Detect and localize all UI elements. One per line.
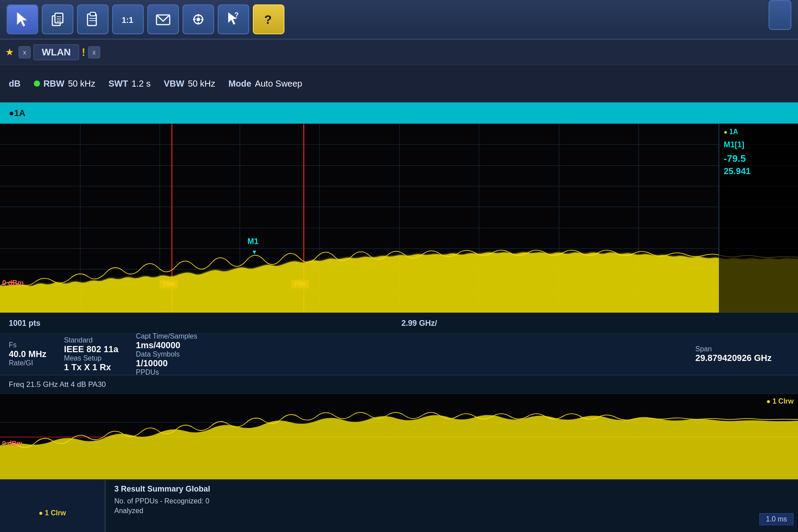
vbw-info: VBW 50 kHz [164,79,215,89]
svg-text:?: ? [264,13,272,26]
tab-wlan-label[interactable]: WLAN [33,44,79,60]
zoom-1to1-button[interactable]: 1:1 [112,4,144,34]
rbw-info: RBW 50 kHz [34,79,95,89]
spectrum-display: M1 ▼ TRK TRK 0 dBm ● 1A M1[1] -79.5 25.9… [0,124,798,313]
swt-info: SWT 1.2 s [109,79,151,89]
standard-param: Standard IEEE 802 11a Meas Setup 1 Tx X … [64,336,118,372]
help-cursor-button[interactable]: ? [218,4,249,34]
bottom-left-panel: ● 1 Clrw [0,480,106,532]
ppdus-recognized-label: No. of PPDUs - Recognized: 0 [114,497,209,505]
infobar: dB RBW 50 kHz SWT 1.2 s VBW 50 kHz Mode … [0,65,798,102]
spectrum-waveform: 0 dBm [0,242,798,313]
bottom-clrw-badge: ● 1 Clrw [39,509,66,517]
m1-readout-value1: -79.5 [724,153,794,164]
fs-param: Fs 40.0 MHz Rate/GI [9,341,47,367]
readout-1a-label: 1A [729,128,738,136]
envelope-button[interactable] [147,4,179,34]
tab-warning-icon: ! [82,46,85,58]
result-summary-title: 3 Result Summary Global [114,485,789,494]
mode-indicator: ●1A [9,108,26,118]
svg-text:0 dBm: 0 dBm [2,439,22,447]
settings-circle-button[interactable] [182,4,214,34]
capt-time-param: Capt Time/Samples 1ms/40000 Data Symbols… [136,332,197,376]
center-freq-label: 2.99 GHz/ [401,319,437,328]
bottom-panels: ● 1 Clrw 3 Result Summary Global No. of … [0,480,798,532]
question-button[interactable]: ? [253,4,284,34]
modebar: ●1A [0,102,798,124]
cursor-button[interactable] [7,4,38,34]
tabbar: ★ x WLAN ! x [0,40,798,65]
copy-button[interactable] [42,4,73,34]
toolbar: 1:1 ? ? [0,0,798,40]
toolbar-right-button[interactable] [769,0,791,30]
freqbar: Freq 21.5 GHz Att 4 dB PA30 [0,375,798,394]
span-param: Span 29.879420926 GHz [696,345,772,363]
mode-info: Mode Auto Sweep [228,79,302,89]
result-rows: No. of PPDUs - Recognized: 0 Analyzed [114,497,789,515]
freq-info-text: Freq 21.5 GHz Att 4 dB PA30 [9,380,106,389]
svg-point-13 [197,18,200,21]
svg-text:1:1: 1:1 [122,16,133,25]
points-label: 1001 pts [9,319,40,328]
svg-marker-0 [17,12,27,26]
result-col-1: No. of PPDUs - Recognized: 0 Analyzed [114,497,209,515]
spectrum-bottom-infobar: 1001 pts 2.99 GHz/ [0,313,798,334]
tab-star-icon: ★ [5,47,14,58]
lower-spectrum-display: ● 1 Clrw 0 dBm [0,394,798,480]
readout-panel: ● 1A M1[1] -79.5 25.941 [719,124,798,313]
db-info: dB [9,79,21,89]
m1-readout-value2: 25.941 [724,166,794,176]
readout-1a-dot: ● [724,128,727,135]
svg-text:?: ? [234,11,239,19]
corner-time-badge: 1.0 ms [759,513,794,525]
rbw-dot-icon [34,80,40,87]
m1-readout-label: M1[1] [724,140,794,149]
svg-rect-7 [90,12,95,16]
tab-close-first-button[interactable]: x [18,46,31,58]
analyzed-label: Analyzed [114,507,209,515]
lower-waveform: 0 dBm [0,394,798,479]
params-bar: Fs 40.0 MHz Rate/GI Standard IEEE 802 11… [0,334,798,375]
paste-button[interactable] [77,4,109,34]
svg-text:0 dBm: 0 dBm [2,279,24,287]
bottom-right-panel: 3 Result Summary Global No. of PPDUs - R… [106,480,798,532]
tab-close-second-button[interactable]: x [88,46,100,58]
